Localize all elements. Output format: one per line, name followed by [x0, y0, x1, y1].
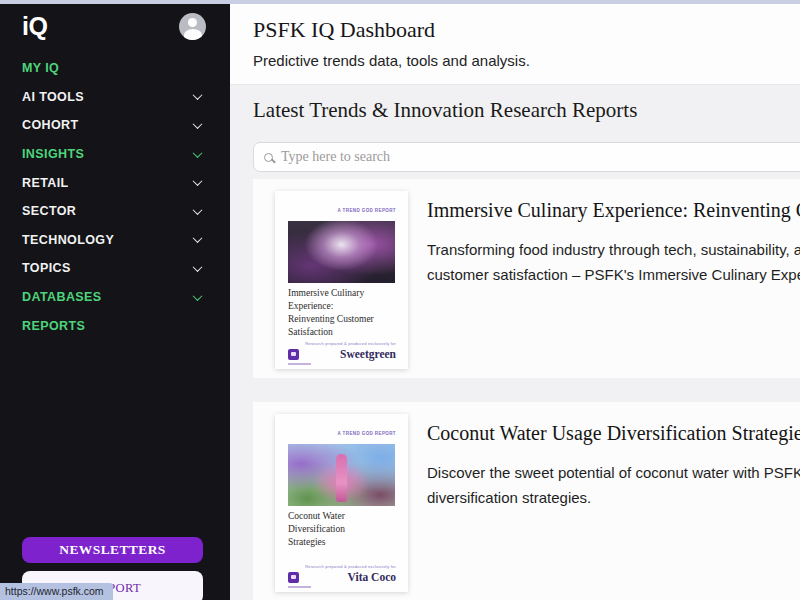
psfk-logo-icon: [288, 572, 299, 583]
user-avatar-icon[interactable]: [179, 13, 206, 40]
report-thumbnail[interactable]: A TREND GOD REPORT Immersive Culinary Ex…: [275, 191, 408, 369]
brand-name: Vita Coco: [305, 571, 396, 583]
chevron-down-icon: [193, 119, 203, 129]
page-title: PSFK IQ Dashboard: [253, 17, 800, 43]
cover-footer: Research prepared & produced exclusively…: [288, 564, 396, 583]
report-card-coconut-water[interactable]: A TREND GOD REPORT Coconut Water Diversi…: [253, 402, 800, 600]
sidebar-item-retail[interactable]: RETAIL: [0, 168, 230, 197]
sidebar-item-topics[interactable]: TOPICS: [0, 254, 230, 283]
page-subtitle: Predictive trends data, tools and analys…: [253, 52, 800, 69]
report-thumbnail[interactable]: A TREND GOD REPORT Coconut Water Diversi…: [275, 414, 408, 592]
report-title-link[interactable]: Immersive Culinary Experience: Reinventi…: [427, 199, 800, 222]
window-top-edge: [0, 0, 800, 4]
sidebar: iQ MY IQ AI TOOLS COHORT INSIGHTS RETAIL…: [0, 4, 230, 600]
publisher-caption: [288, 363, 311, 365]
sidebar-item-label: DATABASES: [22, 290, 102, 304]
brand-block: Research prepared & produced exclusively…: [305, 341, 396, 360]
cover-title: Coconut Water Diversification Strategies: [288, 510, 345, 549]
reports-section: Latest Trends & Innovation Research Repo…: [230, 85, 800, 600]
sidebar-item-reports[interactable]: REPORTS: [0, 311, 230, 340]
report-description: Transforming food industry through tech,…: [427, 238, 800, 287]
search-box[interactable]: [253, 142, 800, 172]
sidebar-item-databases[interactable]: DATABASES: [0, 283, 230, 312]
chevron-down-icon: [193, 148, 203, 158]
report-card-text: Immersive Culinary Experience: Reinventi…: [427, 191, 800, 369]
search-input[interactable]: [281, 149, 800, 165]
cover-credit-line: Research prepared & produced exclusively…: [305, 341, 396, 346]
sidebar-item-label: MY IQ: [22, 61, 59, 75]
cover-title: Immersive Culinary Experience: Reinventi…: [288, 287, 374, 339]
sidebar-item-insights[interactable]: INSIGHTS: [0, 140, 230, 169]
sidebar-item-sector[interactable]: SECTOR: [0, 197, 230, 226]
cover-kicker: A TREND GOD REPORT: [337, 208, 396, 213]
chevron-down-icon: [193, 233, 203, 243]
brand-name: Sweetgreen: [305, 348, 396, 360]
sidebar-header: iQ: [0, 4, 230, 47]
newsletters-button[interactable]: NEWSLETTERS: [22, 537, 203, 563]
sidebar-item-technology[interactable]: TECHNOLOGY: [0, 226, 230, 255]
chevron-down-icon: [193, 291, 203, 301]
publisher-caption: [288, 586, 311, 588]
main-content: PSFK IQ Dashboard Predictive trends data…: [230, 4, 800, 600]
sidebar-item-label: INSIGHTS: [22, 147, 84, 161]
sidebar-item-label: COHORT: [22, 118, 79, 132]
search-icon: [264, 153, 273, 162]
sidebar-item-label: TECHNOLOGY: [22, 233, 114, 247]
section-heading: Latest Trends & Innovation Research Repo…: [253, 98, 800, 123]
report-card-immersive-culinary[interactable]: A TREND GOD REPORT Immersive Culinary Ex…: [253, 179, 800, 378]
sidebar-item-label: REPORTS: [22, 319, 85, 333]
bottle-illustration: [336, 454, 347, 502]
sidebar-item-ai-tools[interactable]: AI TOOLS: [0, 83, 230, 112]
sidebar-item-label: AI TOOLS: [22, 90, 84, 104]
sidebar-item-label: RETAIL: [22, 176, 69, 190]
sidebar-item-label: SECTOR: [22, 204, 76, 218]
sidebar-item-my-iq[interactable]: MY IQ: [0, 54, 230, 83]
chevron-down-icon: [193, 91, 203, 101]
sidebar-item-label: TOPICS: [22, 261, 71, 275]
sidebar-item-cohort[interactable]: COHORT: [0, 111, 230, 140]
cover-footer: Research prepared & produced exclusively…: [288, 341, 396, 360]
report-title-link[interactable]: Coconut Water Usage Diversification Stra…: [427, 422, 800, 445]
cover-credit-line: Research prepared & produced exclusively…: [305, 564, 396, 569]
psfk-logo-icon: [288, 349, 299, 360]
report-card-text: Coconut Water Usage Diversification Stra…: [427, 414, 800, 600]
cover-photo: [288, 221, 395, 283]
report-description: Discover the sweet potential of coconut …: [427, 461, 800, 510]
cover-kicker: A TREND GOD REPORT: [337, 431, 396, 436]
iq-logo: iQ: [22, 12, 47, 41]
status-bar-url: https://www.psfk.com: [0, 583, 113, 600]
chevron-down-icon: [193, 262, 203, 272]
cover-photo: [288, 444, 395, 506]
chevron-down-icon: [193, 205, 203, 215]
sidebar-nav: MY IQ AI TOOLS COHORT INSIGHTS RETAIL SE…: [0, 47, 230, 340]
chevron-down-icon: [193, 176, 203, 186]
page-header: PSFK IQ Dashboard Predictive trends data…: [230, 4, 800, 85]
brand-block: Research prepared & produced exclusively…: [305, 564, 396, 583]
